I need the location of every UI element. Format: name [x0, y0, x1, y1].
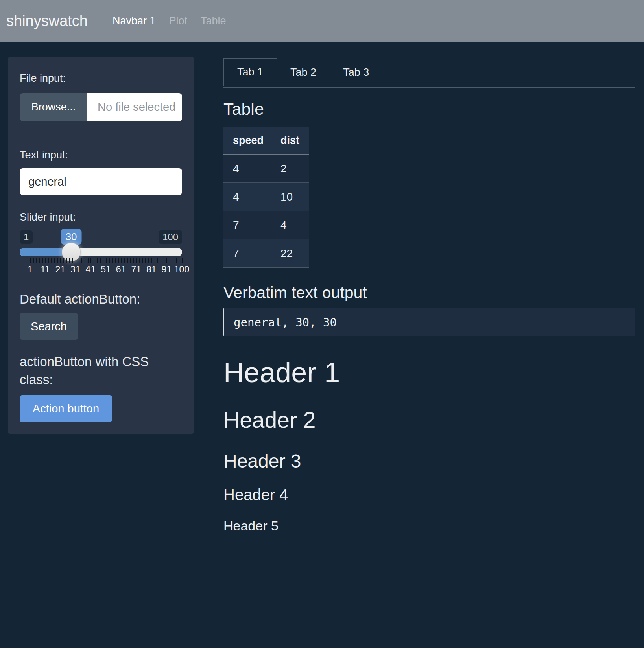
- table-cell: 10: [271, 183, 309, 211]
- slider-tick-label: 41: [86, 264, 96, 275]
- slider-tick: [76, 258, 76, 263]
- nav-link-navbar-1[interactable]: Navbar 1: [106, 15, 162, 27]
- slider-tick: [109, 258, 110, 263]
- slider-tick: [97, 258, 98, 263]
- table-cell: 7: [223, 211, 271, 239]
- slider-ticks: [20, 258, 182, 263]
- navbar-links: Navbar 1PlotTable: [106, 0, 233, 42]
- slider-tick: [90, 258, 91, 263]
- search-button[interactable]: Search: [20, 313, 78, 340]
- text-input-label: Text input:: [20, 149, 182, 161]
- nav-link-plot[interactable]: Plot: [162, 15, 194, 27]
- table-header-row: speeddist: [223, 127, 309, 155]
- verbatim-output: general, 30, 30: [223, 308, 635, 336]
- slider-tick: [139, 258, 140, 263]
- slider-tick: [173, 258, 173, 263]
- slider-tick: [118, 258, 119, 263]
- slider-tick-label: 1: [28, 264, 33, 275]
- default-actionbutton-label: Default actionButton:: [20, 290, 182, 308]
- verbatim-title: Verbatim text output: [223, 284, 635, 302]
- slider-tick: [130, 258, 131, 263]
- slider-tick: [124, 258, 125, 263]
- slider-tick: [60, 258, 61, 263]
- slider-tick-label: 21: [55, 264, 65, 275]
- slider-tick: [161, 258, 161, 263]
- slider-tick: [36, 258, 37, 263]
- slider-tick: [85, 258, 85, 263]
- column-header-dist: dist: [271, 127, 309, 154]
- css-actionbutton-label: actionButton with CSS class:: [20, 353, 173, 389]
- slider-tick: [79, 258, 79, 263]
- tab-list: Tab 1Tab 2Tab 3: [223, 58, 635, 88]
- table-cell: 2: [271, 155, 309, 182]
- navbar: shinyswatch Navbar 1PlotTable: [0, 0, 644, 42]
- slider-tick: [94, 258, 94, 263]
- tab-tab-3[interactable]: Tab 3: [330, 58, 382, 87]
- slider-tick: [166, 258, 167, 263]
- slider-tick: [66, 258, 67, 263]
- main-content: Tab 1Tab 2Tab 3 Table speeddist 42410747…: [223, 58, 635, 534]
- slider-max-badge: 100: [159, 230, 182, 244]
- slider-value-badge: 30: [61, 229, 81, 245]
- slider-tick: [112, 258, 113, 263]
- table-cell: 4: [223, 183, 271, 211]
- slider-tick-label: 61: [116, 264, 126, 275]
- slider-tick: [72, 258, 73, 263]
- slider-tick: [133, 258, 134, 263]
- file-status-text[interactable]: No file selected: [87, 93, 182, 121]
- slider-tick-label: 51: [101, 264, 111, 275]
- slider-tick: [151, 258, 152, 263]
- browse-button[interactable]: Browse...: [20, 93, 87, 121]
- slider-tick: [81, 258, 82, 263]
- slider-tick: [88, 258, 89, 263]
- table-title: Table: [223, 99, 635, 118]
- slider-tick: [164, 258, 164, 263]
- slider-label: Slider input:: [20, 211, 182, 223]
- file-input-label: File input:: [20, 72, 182, 85]
- slider-tick: [48, 258, 49, 263]
- table-cell: 4: [271, 211, 309, 239]
- slider-tick: [30, 258, 31, 263]
- slider-tick-label: 91: [162, 264, 172, 275]
- table-cell: 7: [223, 239, 271, 267]
- slider-tick-label: 11: [41, 264, 50, 275]
- header-1: Header 1: [223, 356, 635, 389]
- slider-tick: [121, 258, 122, 263]
- file-input-group: Browse... No file selected: [20, 93, 182, 121]
- slider-tick: [33, 258, 34, 263]
- slider-track[interactable]: [20, 248, 182, 256]
- slider-tick: [179, 258, 179, 263]
- slider-min-badge: 1: [20, 230, 33, 244]
- slider-tick: [51, 258, 52, 263]
- text-input[interactable]: [20, 168, 182, 195]
- slider-tick: [136, 258, 137, 263]
- slider-tick-label: 100: [174, 264, 189, 275]
- data-table: speeddist 4241074722: [223, 127, 309, 268]
- slider-tick: [63, 258, 64, 263]
- slider-tick: [54, 258, 55, 263]
- slider-tick: [176, 258, 177, 263]
- column-header-speed: speed: [223, 127, 271, 154]
- slider-tick: [148, 258, 149, 263]
- navbar-brand[interactable]: shinyswatch: [6, 13, 88, 29]
- tab-tab-2[interactable]: Tab 2: [277, 58, 330, 87]
- slider-tick: [182, 258, 183, 263]
- slider-tick: [142, 258, 143, 263]
- header-5: Header 5: [223, 518, 635, 534]
- table-cell: 22: [271, 239, 309, 267]
- slider-tick: [157, 258, 158, 263]
- action-button[interactable]: Action button: [20, 395, 112, 422]
- slider-tick: [170, 258, 170, 263]
- header-3: Header 3: [223, 450, 635, 472]
- slider-tick: [42, 258, 43, 263]
- table-row: 74: [223, 211, 309, 239]
- slider-tick-label: 81: [146, 264, 157, 275]
- sidebar-panel: File input: Browse... No file selected T…: [8, 57, 194, 434]
- slider-tick: [145, 258, 146, 263]
- slider: 1 100 30 1112131415161718191100: [20, 229, 182, 276]
- slider-tick: [39, 258, 40, 263]
- slider-tick: [115, 258, 116, 263]
- table-row: 410: [223, 183, 309, 211]
- nav-link-table[interactable]: Table: [194, 15, 233, 27]
- tab-tab-1[interactable]: Tab 1: [223, 58, 277, 86]
